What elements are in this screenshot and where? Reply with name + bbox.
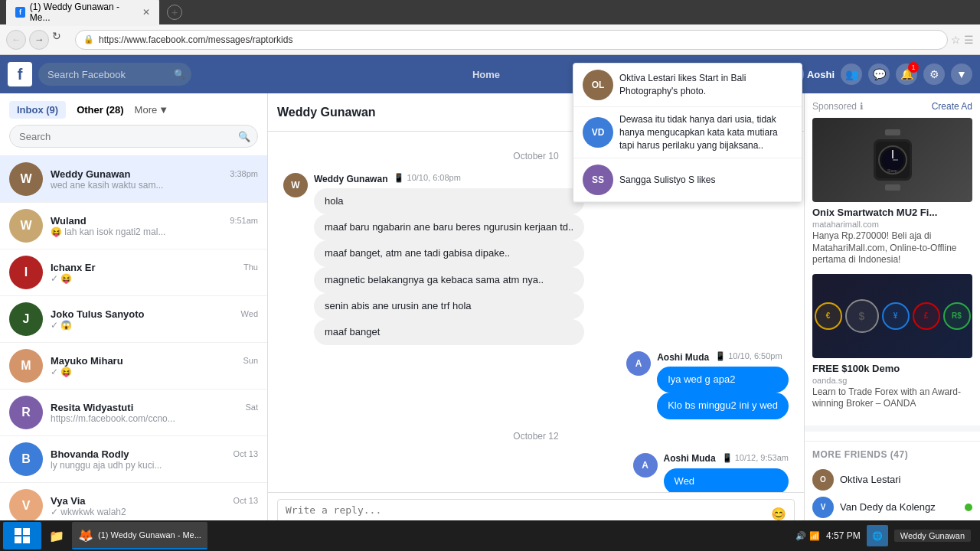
taskbar-item[interactable]: 📁 — [43, 522, 70, 549]
bookmark-icon[interactable]: ☆ — [951, 34, 961, 46]
msg-bubble: Klo bs minggu2 ini y wed — [657, 393, 789, 419]
taskbar-profile-btn[interactable]: Weddy Gunawan — [894, 530, 971, 542]
conversation-search-input[interactable] — [9, 125, 258, 148]
conv-avatar: I — [9, 256, 43, 289]
inbox-tab[interactable]: Inbox (9) — [9, 101, 66, 119]
conv-time: 3:38pm — [230, 169, 258, 178]
right-sidebar: Sponsored ℹ Create Ad — [804, 93, 980, 551]
conv-info: Mayuko Miharu Sun ✓ 😝 — [51, 355, 258, 377]
conv-name: Ichanx Er — [51, 262, 96, 273]
home-nav-link[interactable]: Home — [472, 69, 500, 80]
emoji-button[interactable]: 😊 — [771, 507, 786, 521]
taskbar-item-firefox[interactable]: 🦊 (1) Weddy Gunawan - Me... — [72, 522, 207, 549]
msg-time: 📱 10/10, 6:50pm — [715, 351, 782, 361]
more-tab[interactable]: More ▼ — [135, 104, 169, 116]
msg-bubble: senin abis ane urusin ane trf hola — [314, 293, 584, 319]
create-ad-button[interactable]: Create Ad — [932, 101, 972, 112]
conv-info: Ichanx Er Thu ✓ 😝 — [51, 262, 258, 284]
date-separator: October 12 — [283, 431, 789, 442]
conv-avatar: J — [9, 302, 43, 336]
svg-rect-1 — [885, 184, 900, 191]
notif-text: Sangga Sulistyo S likes — [619, 174, 792, 187]
conv-preview: wed ane kasih waktu sam... — [51, 180, 258, 191]
taskbar-right: 🔊 📶 4:57 PM 🌐 Weddy Gunawan — [795, 525, 977, 546]
svg-rect-0 — [885, 129, 900, 135]
start-button[interactable] — [3, 522, 41, 549]
friend-item[interactable]: V Van Dedy da Kolengz — [812, 494, 972, 521]
conv-preview: ✓ 😱 — [51, 320, 258, 331]
conv-preview: ✓ wkwkwk walah2 — [51, 507, 258, 517]
conv-time: Thu — [243, 262, 258, 272]
conversation-item[interactable]: B Bhovanda Rodly Oct 13 ly nunggu aja ud… — [0, 436, 267, 483]
msg-header: Weddy Gunawan 📱 10/10, 6:08pm — [314, 173, 584, 186]
msg-time: 📱 10/12, 9:53am — [722, 453, 789, 463]
info-icon: ℹ — [860, 101, 864, 112]
conversation-item[interactable]: W Weddy Gunawan 3:38pm wed ane kasih wak… — [0, 156, 267, 203]
notif-avatar: VD — [583, 117, 613, 148]
conv-preview: https://m.facebook.com/ccno... — [51, 413, 258, 424]
conversation-item[interactable]: J Joko Tulus Sanyoto Wed ✓ 😱 — [0, 296, 267, 343]
ad-item-forex[interactable]: € $ ¥ £ R$ FREE $100k Demo oanda.sg Lear… — [812, 274, 972, 410]
volume-icon[interactable]: 🔊 — [795, 531, 806, 541]
refresh-button[interactable]: ↻ — [52, 30, 72, 50]
facebook-logo[interactable]: f — [8, 62, 32, 86]
conversation-item[interactable]: I Ichanx Er Thu ✓ 😝 — [0, 249, 267, 296]
msg-avatar: A — [633, 453, 658, 478]
lock-icon: 🔒 — [83, 34, 94, 44]
more-chevron-icon: ▼ — [158, 104, 168, 116]
conv-avatar: W — [9, 162, 43, 196]
conversation-item[interactable]: M Mayuko Miharu Sun ✓ 😝 — [0, 343, 267, 390]
notification-item[interactable]: VD Dewasa itu tidak hanya dari usia, tid… — [573, 107, 802, 158]
facebook-search-input[interactable] — [38, 63, 191, 86]
taskbar-items: 📁 — [43, 522, 70, 549]
notifications-popup: OL Oktiva Lestari likes Start in Bali Ph… — [573, 63, 802, 203]
messages-tabs: Inbox (9) Other (28) More ▼ — [9, 101, 258, 119]
search-icon[interactable]: 🔍 — [174, 69, 185, 80]
taskbar-globe-btn[interactable]: 🌐 — [867, 525, 888, 546]
conv-info: Vya Via Oct 13 ✓ wkwkwk walah2 — [51, 495, 258, 517]
conv-preview: ✓ 😝 — [51, 273, 258, 284]
forward-button[interactable]: → — [29, 30, 49, 50]
notification-item[interactable]: OL Oktiva Lestari likes Start in Bali Ph… — [573, 64, 802, 107]
other-tab[interactable]: Other (28) — [69, 101, 131, 119]
ad-item-watch[interactable]: Sleep Onix Smartwatch MU2 Fi... matahari… — [812, 118, 972, 266]
friend-item[interactable]: O Oktiva Lestari — [812, 466, 972, 494]
windows-logo-icon — [13, 527, 31, 545]
settings-icon-btn[interactable]: ⚙ — [923, 64, 945, 85]
notification-item[interactable]: SS Sangga Sulistyo S likes — [573, 158, 802, 202]
new-tab-button[interactable]: + — [167, 5, 182, 20]
conversation-item[interactable]: R Resita Widyastuti Sat https://m.facebo… — [0, 390, 267, 436]
conv-time: 9:51am — [230, 216, 258, 225]
ad-desc-forex: Learn to Trade Forex with an Award-winni… — [812, 386, 972, 410]
friends-icon-btn[interactable]: 👥 — [841, 64, 862, 85]
url-bar[interactable]: 🔒 https://www.facebook.com/messages/rapt… — [75, 30, 948, 50]
notif-text: Dewasa itu tidak hanya dari usia, tidak … — [619, 113, 792, 152]
dropdown-icon-btn[interactable]: ▼ — [951, 64, 972, 85]
msg-sender: Weddy Gunawan — [314, 174, 387, 184]
msg-sender: Aoshi Muda — [657, 352, 709, 363]
menu-icon[interactable]: ☰ — [964, 34, 974, 46]
watch-svg: Sleep — [866, 126, 920, 194]
close-tab-icon[interactable]: ✕ — [142, 7, 150, 18]
msg-sender: Aoshi Muda — [664, 453, 716, 464]
conv-time: Oct 13 — [234, 496, 258, 505]
msg-bubble: hola — [314, 188, 584, 214]
conv-avatar: B — [9, 442, 43, 476]
msg-content: Aoshi Muda 📱 10/12, 9:53am Wed — [664, 453, 789, 493]
notif-panel — [805, 432, 980, 442]
ads-header: Sponsored ℹ Create Ad — [812, 101, 972, 112]
conv-info: Bhovanda Rodly Oct 13 ly nunggu aja udh … — [51, 448, 258, 471]
browser-tab[interactable]: f (1) Weddy Gunawan - Me... ✕ — [6, 0, 159, 26]
conversation-item[interactable]: W Wuland 9:51am 😝 lah kan isok ngati2 ma… — [0, 203, 267, 249]
taskbar-icon: 📁 — [49, 528, 64, 543]
ad-image-forex: € $ ¥ £ R$ — [812, 274, 972, 358]
messages-icon-btn[interactable]: 💬 — [868, 64, 890, 85]
msg-bubble: magnetic belakangnya ga kebaca sama atm … — [314, 267, 584, 293]
forex-visual: € $ ¥ £ R$ — [812, 274, 972, 358]
search-icon[interactable]: 🔍 — [238, 131, 250, 142]
network-icon[interactable]: 📶 — [809, 531, 820, 541]
clock-time: 4:57 PM — [826, 530, 861, 541]
msg-bubble: maaf baru ngabarin ane baru beres ngurus… — [314, 214, 584, 240]
notifications-icon-btn[interactable]: 🔔 1 — [896, 64, 917, 85]
back-button[interactable]: ← — [6, 30, 26, 50]
